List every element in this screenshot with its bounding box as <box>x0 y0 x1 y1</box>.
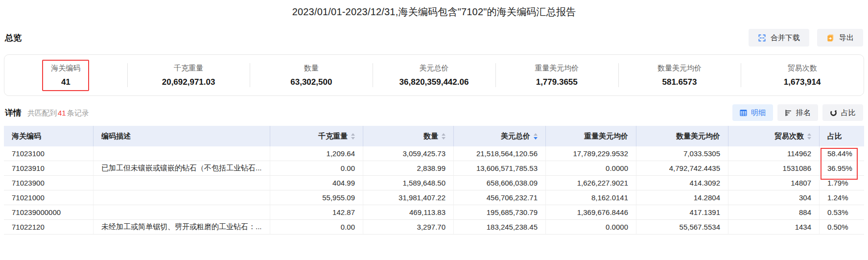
sort-caret-up-icon <box>351 133 355 136</box>
table-cell: 13,606,571,785.53 <box>453 161 545 175</box>
tab-detail[interactable]: 明细 <box>732 104 773 121</box>
table-cell: 3,297.70 <box>363 220 453 234</box>
table-row: 710231001,209.643,059,425.7321,518,564,1… <box>4 146 864 161</box>
table-cell: 1434 <box>728 220 819 234</box>
table-icon <box>740 109 747 117</box>
export-icon <box>826 34 835 42</box>
overview-header-row: 总览 合并下载 导出 <box>0 29 868 47</box>
stat-value: 63,302,500 <box>290 77 332 87</box>
table-body: 710231001,209.643,059,425.7321,518,564,1… <box>4 146 864 235</box>
table-cell <box>93 190 270 205</box>
table-header-row: 海关编码编码描述千克重量数量美元总价重量美元均价数量美元均价贸易次数占比 <box>4 126 864 146</box>
table-cell: 0.0000 <box>545 161 636 175</box>
column-header-8[interactable]: 贸易次数 <box>728 126 819 146</box>
table-cell: 71023910 <box>4 161 93 175</box>
column-header-4[interactable]: 数量 <box>363 126 453 146</box>
table-cell: 4,792,742.4435 <box>636 161 728 175</box>
table-cell: 417.1391 <box>636 205 728 219</box>
table-cell <box>93 205 270 219</box>
table-cell: 114962 <box>728 146 819 161</box>
table-cell: 183,245,238.45 <box>453 220 545 234</box>
column-header-5[interactable]: 美元总价 <box>453 126 545 146</box>
stat-label: 重量美元均价 <box>535 64 579 73</box>
table-cell: 195,685,730.79 <box>453 205 545 219</box>
tab-ranking[interactable]: 排名 <box>777 104 818 121</box>
column-header-3[interactable]: 千克重量 <box>270 126 363 146</box>
table-cell: 1531086 <box>728 161 819 175</box>
table-cell: 71023100 <box>4 146 93 161</box>
table-cell: 55,955.09 <box>270 190 363 205</box>
stat-label: 千克重量 <box>174 64 203 73</box>
table-cell: 1,369,676.8446 <box>545 205 636 219</box>
stat-value: 1,779.3655 <box>536 77 578 87</box>
tab-ranking-label: 排名 <box>796 108 811 118</box>
table-cell: 36.95% <box>819 161 864 175</box>
table-cell: 1.24% <box>819 190 864 205</box>
details-table: 海关编码编码描述千克重量数量美元总价重量美元均价数量美元均价贸易次数占比 710… <box>4 126 864 235</box>
column-header-label: 占比 <box>827 132 842 141</box>
tab-ratio-label: 占比 <box>841 108 856 118</box>
column-header-6: 重量美元均价 <box>545 126 636 146</box>
sort-carets-icon <box>807 133 811 140</box>
table-cell: 456,706,232.71 <box>453 190 545 205</box>
export-label: 导出 <box>839 33 854 43</box>
stat-value: 581.6573 <box>662 77 697 87</box>
stat-label: 美元总价 <box>420 64 449 73</box>
table-cell: 0.53% <box>819 205 864 219</box>
table-cell: 2,838.99 <box>363 161 453 175</box>
overview-section-title: 总览 <box>5 32 22 44</box>
merge-download-label: 合并下载 <box>771 33 800 43</box>
stats-card: 海关编码 41 千克重量 20,692,971.03 数量 63,302,500… <box>4 54 864 96</box>
column-header-label: 数量美元均价 <box>676 132 720 141</box>
merge-download-button[interactable]: 合并下载 <box>749 29 809 47</box>
table-cell: 71022120 <box>4 220 93 234</box>
column-header-label: 千克重量 <box>318 132 348 141</box>
table-cell: 0.00 <box>270 161 363 175</box>
column-header-2: 编码描述 <box>93 126 270 146</box>
table-cell: 142.87 <box>270 205 363 219</box>
table-cell: 17,789,229.9532 <box>545 146 636 161</box>
table-cell: 658,606,038.09 <box>453 176 545 190</box>
table-cell: 1,589,648.50 <box>363 176 453 190</box>
stat-value: 41 <box>61 77 70 87</box>
stat-item: 贸易次数 1,673,914 <box>741 55 864 95</box>
tab-ratio[interactable]: 占比 <box>822 104 863 121</box>
table-cell: 31,981,407.22 <box>363 190 453 205</box>
match-count-text: 共匹配到41条记录 <box>27 109 89 118</box>
table-cell: 0.0000 <box>545 220 636 234</box>
column-header-7: 数量美元均价 <box>636 126 728 146</box>
match-count: 41 <box>57 109 67 117</box>
table-cell: 3,059,425.73 <box>363 146 453 161</box>
column-header-9: 占比 <box>819 126 864 146</box>
sort-caret-down-icon <box>351 137 355 140</box>
table-cell: 71021000 <box>4 190 93 205</box>
column-header-label: 海关编码 <box>12 132 41 141</box>
sort-carets-icon <box>534 133 538 140</box>
table-cell: 21,518,564,120.56 <box>453 146 545 161</box>
export-button[interactable]: 导出 <box>817 29 863 47</box>
column-header-label: 美元总价 <box>501 132 530 141</box>
sort-carets-icon <box>442 133 446 140</box>
stat-item: 数量 63,302,500 <box>250 55 373 95</box>
sort-caret-down-icon <box>534 137 538 140</box>
stat-item: 千克重量 20,692,971.03 <box>127 55 250 95</box>
sort-caret-up-icon <box>807 133 811 136</box>
table-cell: 已加工但未镶嵌或镶嵌的钻石（不包括工业钻石... <box>93 161 270 175</box>
table-cell: 8,162.0141 <box>545 190 636 205</box>
stat-label: 数量 <box>304 64 319 73</box>
stat-item: 数量美元均价 581.6573 <box>618 55 741 95</box>
table-cell: 404.99 <box>270 176 363 190</box>
table-row: 710239000000142.87469,113.83195,685,730.… <box>4 205 864 220</box>
details-header-row: 详情 共匹配到41条记录 明细 排名 <box>0 104 868 121</box>
details-section-title: 详情 <box>5 107 22 118</box>
merge-download-icon <box>758 34 766 42</box>
table-cell: 1,626,227.9021 <box>545 176 636 190</box>
sort-caret-down-icon <box>807 137 811 140</box>
column-header-label: 编码描述 <box>101 132 131 141</box>
column-header-label: 重量美元均价 <box>584 132 628 141</box>
table-cell: 710239000000 <box>4 205 93 219</box>
stat-label: 海关编码 <box>51 64 80 73</box>
view-tabs: 明细 排名 占比 <box>732 104 863 121</box>
stat-item: 重量美元均价 1,779.3655 <box>495 55 618 95</box>
sort-caret-down-icon <box>442 137 446 140</box>
